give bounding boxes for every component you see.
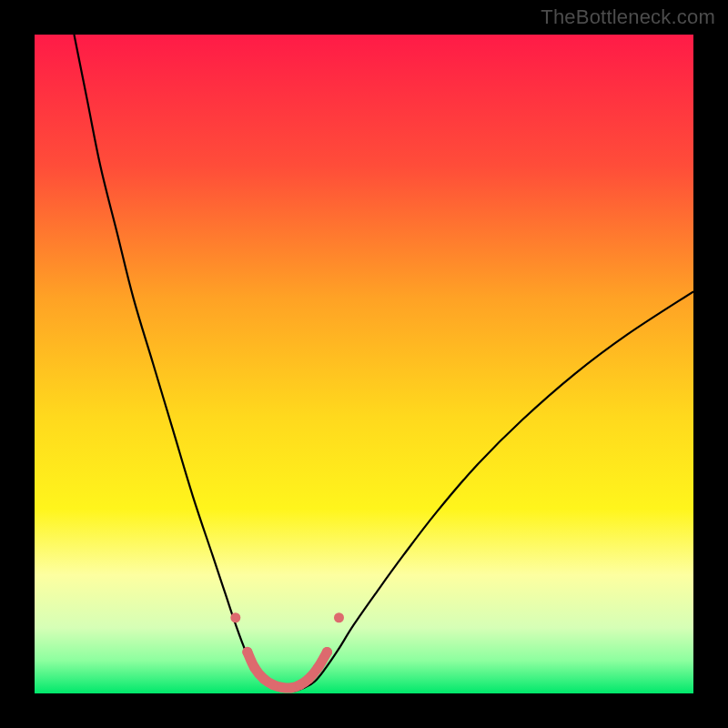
marker-band-dot (322, 647, 332, 657)
watermark-text: TheBottleneck.com (541, 5, 715, 29)
marker-band-dot (268, 680, 278, 690)
marker-band-dot (287, 682, 297, 693)
marker-band-dot (313, 662, 323, 672)
marker-band-dot (304, 674, 314, 684)
outlier-marker (230, 612, 240, 622)
plot-area (35, 35, 693, 693)
marker-band-dot (295, 680, 305, 690)
outlier-marker (334, 612, 344, 622)
gradient-background (35, 35, 693, 693)
chart-frame: TheBottleneck.com (0, 0, 728, 728)
marker-band-dot (278, 682, 288, 693)
marker-band-dot (242, 647, 252, 657)
chart-svg (35, 35, 693, 693)
marker-band-dot (258, 674, 268, 684)
marker-band-dot (249, 662, 259, 672)
